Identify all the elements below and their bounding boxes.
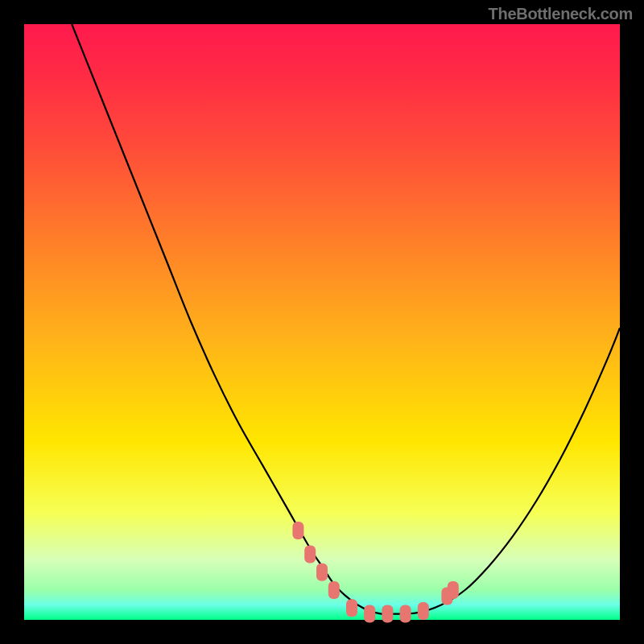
curve-marker xyxy=(316,564,328,581)
chart-svg xyxy=(24,24,620,620)
curve-marker xyxy=(346,599,357,617)
curve-marker xyxy=(448,581,459,599)
curve-marker xyxy=(328,581,340,599)
bottleneck-curve xyxy=(72,24,620,614)
curve-marker xyxy=(400,605,411,623)
curve-marker xyxy=(292,522,303,539)
outer-frame: TheBottleneck.com xyxy=(0,0,644,644)
curve-marker xyxy=(304,546,316,564)
curve-marker xyxy=(418,602,429,620)
curve-marker xyxy=(364,605,375,623)
watermark-text: TheBottleneck.com xyxy=(489,5,633,23)
curve-marker xyxy=(382,605,393,623)
